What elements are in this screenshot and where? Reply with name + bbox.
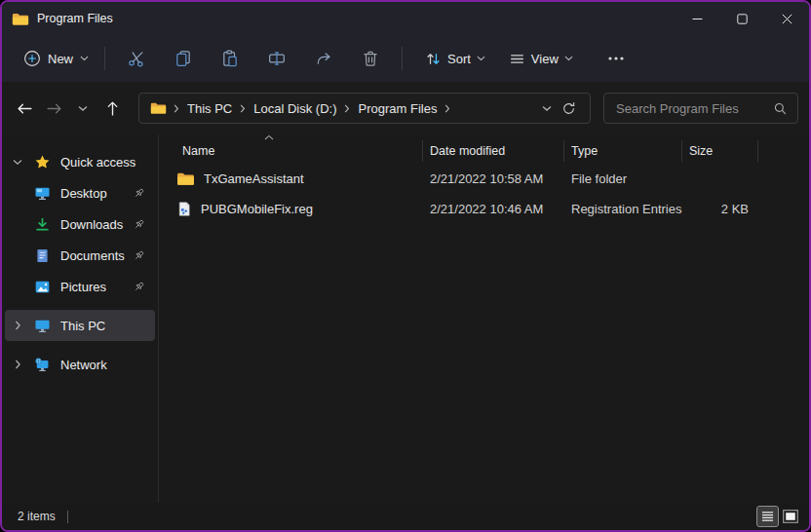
breadcrumb-item-this-pc[interactable]: This PC	[181, 98, 238, 119]
sort-icon	[425, 51, 442, 67]
star-icon	[30, 154, 54, 171]
items-count: 2 items	[18, 510, 56, 523]
address-row: This PC Local Disk (D:) Program Files	[2, 82, 809, 134]
scissors-icon	[128, 50, 145, 67]
column-header-size[interactable]: Size	[682, 140, 758, 162]
downloads-icon	[30, 216, 54, 233]
breadcrumb-bar[interactable]: This PC Local Disk (D:) Program Files	[138, 93, 591, 124]
back-button[interactable]	[10, 94, 39, 123]
sidebar-item-network[interactable]: Network	[5, 349, 155, 380]
sort-button[interactable]: Sort	[416, 45, 494, 73]
paste-icon	[221, 50, 239, 67]
file-date-modified: 2/21/2022 10:46 AM	[423, 194, 564, 224]
file-type: Registration Entries	[564, 194, 682, 224]
view-list-icon	[509, 51, 525, 67]
column-header-type[interactable]: Type	[564, 140, 682, 162]
sidebar-item-desktop[interactable]: Desktop	[5, 177, 155, 209]
breadcrumb-item-program-files[interactable]: Program Files	[352, 98, 443, 119]
search-input[interactable]	[614, 100, 773, 117]
chevron-right-icon[interactable]	[443, 104, 452, 113]
file-name: TxGameAssistant	[204, 171, 304, 186]
refresh-icon	[561, 101, 576, 116]
share-icon	[315, 50, 332, 67]
file-row-txgameassistant[interactable]: TxGameAssistant 2/21/2022 10:58 AM File …	[159, 164, 809, 194]
status-bar: 2 items	[2, 503, 809, 530]
chevron-right-icon[interactable]	[342, 104, 352, 113]
chevron-down-icon	[78, 105, 88, 112]
icons-view-button[interactable]	[780, 507, 800, 526]
more-options-button[interactable]	[596, 42, 637, 75]
navigation-sidebar: Quick access Desktop Downloads Documents…	[2, 134, 158, 503]
sidebar-item-label: Downloads	[60, 217, 123, 232]
trash-icon	[362, 50, 379, 67]
breadcrumb-item-local-disk[interactable]: Local Disk (D:)	[248, 98, 342, 119]
title-bar[interactable]: Program Files	[2, 2, 809, 35]
column-header-date-modified[interactable]: Date modified	[423, 140, 564, 162]
file-size: 2 KB	[682, 194, 758, 224]
file-size	[682, 164, 758, 194]
details-view-button[interactable]	[757, 507, 778, 526]
arrow-up-icon	[105, 100, 120, 117]
file-row-pubgmobilefix[interactable]: PUBGMobileFix.reg 2/21/2022 10:46 AM Reg…	[159, 194, 809, 224]
copy-icon	[174, 50, 192, 67]
rename-icon	[268, 50, 286, 67]
up-button[interactable]	[97, 94, 127, 123]
view-button[interactable]: View	[500, 45, 582, 73]
search-icon	[773, 101, 788, 116]
plus-circle-icon	[23, 50, 41, 67]
sidebar-item-documents[interactable]: Documents	[5, 240, 155, 271]
refresh-button[interactable]	[554, 101, 584, 116]
arrow-right-icon	[46, 101, 62, 116]
new-button-label: New	[48, 52, 73, 66]
search-box[interactable]	[603, 93, 798, 124]
icons-view-icon	[783, 510, 798, 523]
column-header-name[interactable]: Name	[159, 140, 423, 162]
network-icon	[30, 357, 54, 373]
maximize-icon	[737, 14, 748, 24]
copy-button[interactable]	[163, 42, 204, 75]
chevron-right-icon[interactable]	[172, 104, 181, 113]
ellipsis-icon	[608, 57, 624, 60]
window-controls	[675, 2, 809, 35]
paste-button[interactable]	[210, 42, 251, 75]
sidebar-item-label: This PC	[60, 319, 105, 333]
cut-button[interactable]	[116, 42, 157, 75]
chevron-right-icon[interactable]	[238, 104, 248, 113]
file-date-modified: 2/21/2022 10:58 AM	[423, 164, 564, 194]
pin-icon	[133, 281, 145, 293]
explorer-window: Program Files New	[0, 0, 811, 532]
toolbar-separator	[402, 47, 403, 70]
close-button[interactable]	[764, 2, 809, 35]
new-button[interactable]: New	[16, 44, 97, 73]
minimize-button[interactable]	[675, 2, 719, 35]
document-icon	[30, 247, 54, 264]
recent-locations-button[interactable]	[68, 94, 97, 123]
chevron-down-icon	[477, 56, 485, 61]
chevron-down-icon[interactable]	[5, 159, 30, 166]
folder-icon	[145, 101, 172, 115]
minimize-icon	[692, 14, 703, 24]
sidebar-item-pictures[interactable]: Pictures	[5, 271, 155, 302]
pin-icon	[133, 218, 145, 231]
forward-button[interactable]	[39, 94, 68, 123]
arrow-left-icon	[17, 101, 33, 116]
maximize-button[interactable]	[719, 2, 764, 35]
window-title: Program Files	[37, 12, 113, 25]
command-toolbar: New Sort View	[2, 35, 809, 82]
chevron-right-icon[interactable]	[5, 360, 30, 369]
address-dropdown-button[interactable]	[540, 105, 554, 112]
chevron-right-icon[interactable]	[5, 321, 30, 330]
sidebar-item-this-pc[interactable]: This PC	[5, 310, 155, 341]
sidebar-item-quick-access[interactable]: Quick access	[5, 146, 155, 177]
share-button[interactable]	[303, 42, 344, 75]
rename-button[interactable]	[256, 42, 297, 75]
pictures-icon	[30, 279, 54, 295]
sidebar-item-downloads[interactable]: Downloads	[5, 209, 155, 240]
delete-button[interactable]	[350, 42, 391, 75]
close-icon	[782, 14, 792, 24]
sidebar-item-label: Quick access	[60, 155, 135, 170]
sidebar-item-label: Desktop	[60, 186, 107, 201]
chevron-down-icon	[564, 56, 573, 61]
pin-icon	[133, 249, 145, 262]
pin-icon	[133, 187, 145, 200]
